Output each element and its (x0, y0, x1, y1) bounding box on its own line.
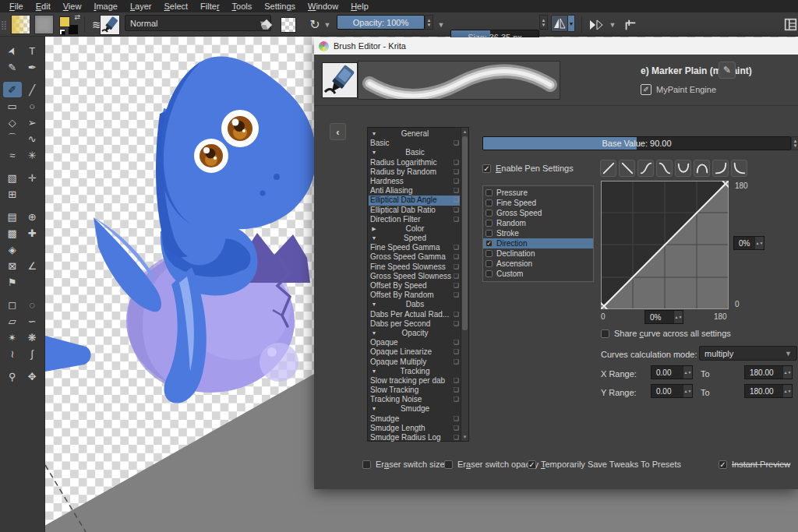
gradient-chooser[interactable] (11, 15, 30, 34)
spinner-arrows-icon[interactable]: ▲▼ (683, 385, 692, 397)
fill-tool[interactable]: ◈ (3, 241, 22, 257)
checkbox-icon[interactable] (486, 199, 493, 206)
wrap-around-mode-button[interactable] (623, 15, 637, 34)
settings-item-gross-speed-slowness[interactable]: Gross Speed Slowness❏ (369, 272, 460, 281)
sensor-ascension[interactable]: Ascension (483, 259, 593, 269)
settings-section-tracking[interactable]: ▼Tracking (369, 367, 460, 376)
checkbox-icon[interactable] (486, 220, 493, 227)
settings-item-smudge-length[interactable]: Smudge Length❏ (369, 424, 460, 433)
curve-linear-down-button[interactable] (619, 160, 635, 177)
settings-section-smudge[interactable]: ▼Smudge (369, 404, 460, 414)
y-range-to-spinbox[interactable]: 180.00 ▲▼ (744, 384, 793, 398)
rename-preset-button[interactable]: ✎ (719, 62, 736, 79)
footer-checkbox-instant-preview[interactable]: Instant Preview (719, 460, 790, 469)
settings-item-elliptical-dab-angle[interactable]: Elliptical Dab Angle❏ (369, 196, 460, 205)
size-spinner[interactable]: ▲▼ (539, 15, 548, 30)
pattern-chooser[interactable] (34, 15, 54, 34)
foreground-color-swatch[interactable] (59, 16, 70, 27)
polyline-tool[interactable]: ➢ (23, 115, 41, 130)
sensor-random[interactable]: Random (483, 218, 593, 228)
settings-item-anti-aliasing[interactable]: Anti Aliasing❏ (369, 186, 460, 196)
sensor-gross-speed[interactable]: Gross Speed (483, 208, 593, 218)
settings-item-fine-speed-slowness[interactable]: Fine Speed Slowness❏ (369, 262, 460, 272)
polygon-tool[interactable]: ◇ (3, 115, 22, 130)
curve-ease-up-button[interactable] (637, 160, 654, 177)
similar-select-tool[interactable]: ❋ (23, 329, 41, 345)
reset-colors-icon[interactable] (59, 29, 65, 35)
scrollbar-thumb[interactable] (462, 136, 468, 330)
scroll-up-icon[interactable]: ▲ (461, 128, 468, 136)
multibrush-tool[interactable]: ✳ (23, 147, 41, 163)
ellipse-select-tool[interactable]: ◌ (23, 297, 41, 312)
menu-filter[interactable]: Filter (194, 0, 225, 12)
footer-checkbox-temporarily-save-tweaks-to-presets[interactable]: Temporarily Save Tweaks To Presets (528, 460, 681, 469)
mirror-horizontal-dropdown[interactable]: ▼ (568, 15, 575, 32)
settings-item-slow-tracking-per-dab[interactable]: Slow tracking per dab❏ (369, 376, 460, 386)
settings-item-tracking-noise[interactable]: Tracking Noise❏ (369, 395, 460, 404)
settings-item-smudge[interactable]: Smudge❏ (369, 414, 460, 424)
settings-item-smudge-radius-log[interactable]: Smudge Radius Log❏ (369, 433, 460, 442)
curve-arch-shape-button[interactable] (694, 160, 710, 177)
checkbox-icon[interactable] (528, 460, 536, 469)
opacity-slider[interactable]: Opacity: 100% (337, 15, 425, 30)
reload-preset-button[interactable]: ↻ (305, 15, 324, 34)
color-sampler-tool[interactable]: ⊕ (23, 209, 41, 224)
spinner-arrows-icon[interactable]: ▲▼ (782, 366, 792, 379)
menu-layer[interactable]: Layer (124, 0, 158, 12)
sensor-fine-speed[interactable]: Fine Speed (483, 198, 593, 208)
freehand-select-tool[interactable]: ∽ (23, 313, 41, 329)
settings-item-offset-by-random[interactable]: Offset By Random❏ (369, 291, 460, 300)
settings-section-color[interactable]: ▶Color (369, 224, 460, 234)
base-value-slider[interactable]: Base Value: 90.00 (482, 136, 791, 150)
dynamic-brush-tool[interactable]: ≈ (3, 147, 22, 163)
x-range-to-spinbox[interactable]: 180.00 ▲▼ (744, 365, 793, 379)
menu-view[interactable]: View (57, 0, 88, 12)
settings-section-basic[interactable]: ▼Basic (369, 148, 460, 157)
sensor-direction[interactable]: Direction (483, 238, 593, 248)
curve-u-shape-button[interactable] (675, 160, 691, 177)
menu-edit[interactable]: Edit (30, 0, 57, 12)
sensor-declination[interactable]: Declination (483, 248, 593, 259)
bezier-curve-tool[interactable]: ⌒ (3, 131, 22, 146)
spinner-arrows-icon[interactable]: ▲▼ (683, 366, 692, 379)
share-curve-checkbox[interactable]: Share curve across all settings (601, 329, 731, 338)
spinner-arrows-icon[interactable]: ▲▼ (754, 237, 764, 249)
sensor-custom[interactable]: Custom (483, 269, 593, 279)
scroll-down-icon[interactable]: ▼ (461, 433, 468, 441)
line-tool[interactable]: ╱ (23, 82, 41, 97)
enclose-fill-tool[interactable]: ⊠ (3, 258, 22, 273)
sensor-pressure[interactable]: Pressure (483, 188, 593, 198)
move-tool[interactable]: ✛ (23, 170, 41, 185)
settings-item-elliptical-dab-ratio[interactable]: Elliptical Dab Ratio❏ (369, 206, 460, 215)
calligraphy-tool[interactable]: ✒ (23, 59, 41, 75)
checkbox-icon[interactable] (486, 270, 493, 277)
dialog-titlebar[interactable]: Brush Editor - Krita (314, 37, 798, 55)
y-range-from-spinbox[interactable]: 0.00 ▲▼ (651, 384, 693, 398)
enable-pen-settings-checkbox[interactable]: Enable Pen Settings (482, 164, 574, 173)
opacity-spinner[interactable]: ▲▼ (425, 15, 433, 30)
rectangle-tool[interactable]: ▭ (3, 98, 22, 114)
settings-item-slow-tracking[interactable]: Slow Tracking❏ (369, 386, 460, 395)
checkbox-icon[interactable] (444, 460, 453, 469)
pattern-edit-tool[interactable]: ▩ (3, 225, 22, 241)
settings-item-opaque-linearize[interactable]: Opaque Linearize❏ (369, 347, 460, 357)
eraser-mode-button[interactable] (260, 15, 274, 34)
menu-window[interactable]: Window (302, 0, 344, 12)
spinner-arrows-icon[interactable]: ▲▼ (673, 311, 683, 323)
checkbox-icon[interactable] (362, 460, 371, 469)
zoom-tool[interactable]: ⚲ (3, 368, 22, 384)
checkbox-icon[interactable] (486, 230, 493, 237)
triangle-right-icon[interactable]: ▶ (370, 224, 378, 234)
curve-linear-up-button[interactable] (600, 160, 616, 177)
checkbox-icon[interactable] (486, 240, 493, 247)
footer-checkbox-eraser-switch-size[interactable]: Eraser switch size (362, 460, 445, 469)
choose-workspace-button[interactable] (784, 15, 797, 34)
settings-item-opaque[interactable]: Opaque❏ (369, 338, 460, 347)
curve-j-shape-button[interactable] (712, 160, 729, 177)
freehand-path-tool[interactable]: ∿ (23, 131, 41, 146)
settings-item-dabs-per-second[interactable]: Dabs per Second❏ (369, 319, 460, 329)
settings-section-speed[interactable]: ▼Speed (369, 234, 460, 243)
settings-section-general[interactable]: ▼General (369, 129, 460, 139)
settings-item-basic[interactable]: Basic❏ (369, 139, 460, 148)
mirror-vertical-button[interactable] (588, 15, 605, 34)
